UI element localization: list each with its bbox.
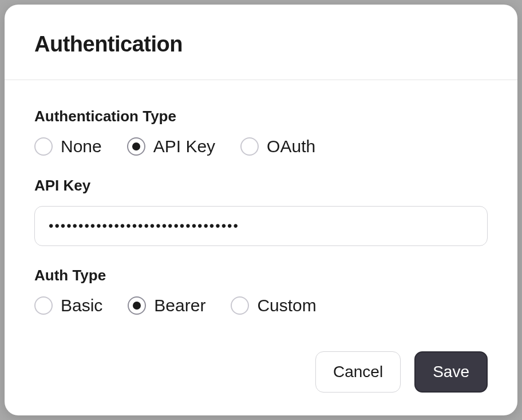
radio-option-custom[interactable]: Custom [231,296,316,315]
modal-footer: Cancel Save [5,351,517,415]
radio-icon [240,137,259,156]
api-key-input[interactable] [34,206,488,246]
authentication-modal: Authentication Authentication Type None … [5,5,517,415]
authentication-type-group: Authentication Type None API Key OAuth [34,108,488,156]
radio-label-oauth: OAuth [267,137,315,156]
radio-icon [34,137,53,156]
api-key-label: API Key [34,177,488,195]
authentication-type-radios: None API Key OAuth [34,137,488,156]
radio-label-custom: Custom [257,296,316,315]
radio-option-bearer[interactable]: Bearer [128,296,205,315]
radio-icon [231,296,249,315]
radio-option-none[interactable]: None [34,137,102,156]
auth-type-radios: Basic Bearer Custom [34,296,488,315]
radio-icon [34,296,53,315]
auth-type-group: Auth Type Basic Bearer Custom [34,267,488,315]
modal-title: Authentication [34,32,488,57]
cancel-button[interactable]: Cancel [315,351,401,393]
radio-option-api-key[interactable]: API Key [127,137,215,156]
radio-option-basic[interactable]: Basic [34,296,102,315]
modal-body: Authentication Type None API Key OAuth A… [5,80,517,351]
radio-icon [127,137,145,156]
radio-icon [128,296,146,315]
radio-option-oauth[interactable]: OAuth [240,137,315,156]
auth-type-label: Auth Type [34,267,488,284]
radio-label-bearer: Bearer [154,296,205,315]
modal-header: Authentication [5,5,517,80]
save-button[interactable]: Save [414,351,488,393]
api-key-group: API Key [34,177,488,246]
radio-label-api-key: API Key [153,137,215,156]
radio-label-none: None [61,137,102,156]
authentication-type-label: Authentication Type [34,108,488,125]
radio-label-basic: Basic [61,296,102,315]
